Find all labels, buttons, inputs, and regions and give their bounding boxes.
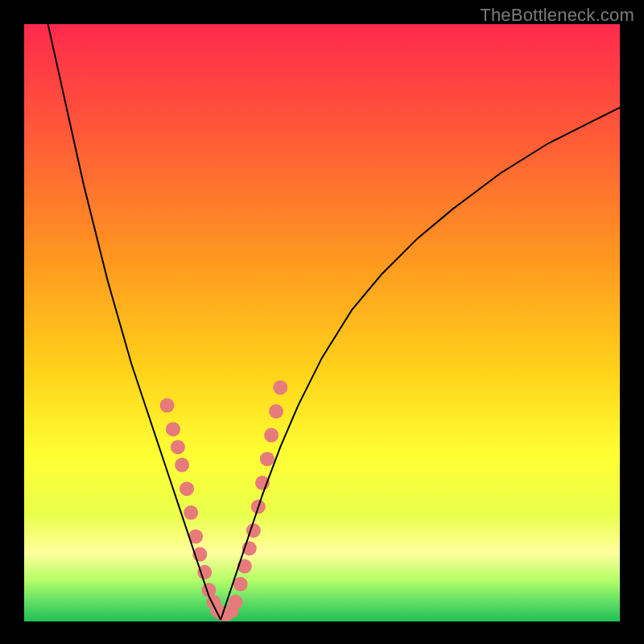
highlight-dot — [260, 452, 275, 466]
highlight-dot — [229, 595, 243, 609]
plot-area — [24, 24, 620, 621]
watermark-text: TheBottleneck.com — [480, 5, 634, 26]
highlight-dot — [166, 422, 180, 436]
scatter-group — [160, 380, 288, 621]
right-branch-path — [221, 108, 620, 620]
highlight-dot — [264, 428, 279, 443]
chart-svg — [24, 24, 620, 620]
highlight-dot — [269, 404, 283, 419]
highlight-dot — [184, 506, 198, 520]
highlight-dot — [160, 398, 175, 413]
highlight-dot — [175, 458, 189, 473]
highlight-dot — [273, 380, 287, 394]
highlight-dot — [180, 481, 194, 496]
highlight-dot — [171, 440, 185, 454]
highlight-dot — [233, 577, 248, 592]
chart-frame: TheBottleneck.com — [0, 0, 644, 644]
